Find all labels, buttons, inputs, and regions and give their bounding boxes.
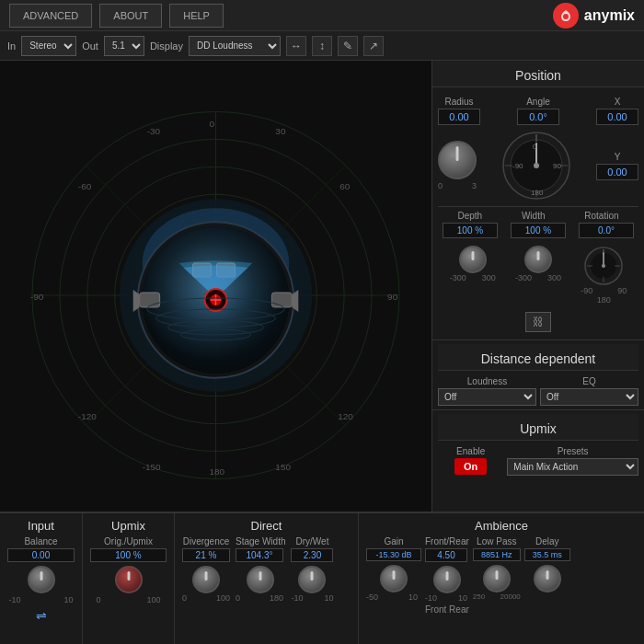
svg-point-0 (563, 14, 569, 19)
depth-max: 300 (482, 273, 496, 282)
display-label: Display (150, 40, 183, 52)
gain-knob[interactable] (380, 565, 408, 592)
arrow-btn-1[interactable]: ↔ (286, 36, 306, 56)
lowpass-value[interactable]: 8851 Hz (473, 548, 521, 561)
frontrear-knob[interactable] (433, 566, 461, 593)
eq-select[interactable]: Off (540, 388, 638, 406)
stage-value[interactable]: 104.3° (236, 548, 283, 562)
svg-text:-150: -150 (143, 462, 161, 472)
balance-knob[interactable] (28, 566, 55, 593)
radius-knob[interactable] (438, 141, 477, 179)
svg-text:0: 0 (533, 143, 537, 151)
upmix-bottom-panel: Upmix Orig./Upmix 100 % 0 100 (83, 513, 175, 644)
rotation-label: Rotation (584, 211, 618, 221)
in-select[interactable]: Stereo (21, 36, 76, 56)
div-min: 0 (182, 593, 187, 603)
width-knob[interactable] (524, 246, 552, 273)
input-title: Input (7, 519, 75, 533)
width-label: Width (522, 211, 546, 221)
enable-label: Enable (456, 446, 485, 456)
arrow-btn-4[interactable]: ↗ (363, 36, 384, 56)
radius-col: Radius 0.00 (438, 97, 480, 125)
depth-knob[interactable] (459, 246, 487, 273)
y-label: Y (615, 152, 621, 162)
fr-min: -10 (425, 593, 437, 603)
balance-value[interactable]: 0.00 (7, 548, 75, 562)
upmix-section: Upmix Enable On Presets Main Mix Action (432, 409, 644, 479)
advanced-button[interactable]: ADVANCED (9, 4, 92, 28)
y-value[interactable]: 0.00 (596, 164, 638, 180)
rotation-widget[interactable] (583, 246, 624, 286)
delay-value[interactable]: 35.5 ms (524, 548, 570, 561)
visualizer[interactable]: 0 -90 90 180 -60 60 -120 120 -30 30 -150… (0, 61, 432, 512)
delay-knob[interactable] (534, 565, 561, 592)
x-value[interactable]: 0.00 (596, 109, 638, 125)
width-value[interactable]: 100 % (511, 223, 566, 238)
delay-group: Delay 35.5 ms (524, 536, 570, 615)
logo-icon (553, 3, 579, 29)
divergence-group: Divergence 21 % 0 100 (182, 536, 230, 603)
front-rear-text: Front Rear (425, 604, 469, 615)
out-select[interactable]: 5.1 (104, 36, 144, 56)
radius-value[interactable]: 0.00 (438, 109, 480, 125)
gain-min: -50 (366, 592, 378, 602)
dry-wet-knob[interactable] (298, 566, 326, 593)
logo-text: anymix (584, 7, 635, 24)
distance-section: Distance dependent Loudness Off EQ Off (432, 339, 644, 409)
lp-min: 250 (473, 592, 485, 601)
arrow-btn-2[interactable]: ↕ (312, 36, 332, 56)
angle-widget[interactable]: 0 -90 90 180 (500, 129, 573, 202)
delay-label: Delay (524, 536, 570, 546)
rotation-neg: -90 (581, 286, 592, 295)
main-area: 0 -90 90 180 -60 60 -120 120 -30 30 -150… (0, 61, 644, 512)
gain-value[interactable]: -15.30 dB (366, 548, 421, 561)
divergence-label: Divergence (182, 536, 230, 546)
preset-select[interactable]: Main Mix Action (507, 458, 638, 476)
about-button[interactable]: ABOUT (99, 4, 162, 28)
balance-min: -10 (9, 595, 21, 604)
upmix-bottom-title: Upmix (90, 519, 167, 533)
divergence-knob[interactable] (192, 566, 220, 593)
ambience-controls: Gain -15.30 dB -50 10 Front/Rear 4.50 -1 (366, 536, 637, 615)
dry-value[interactable]: 2.30 (291, 548, 333, 562)
rotation-value[interactable]: 0.0° (579, 223, 634, 238)
direct-title: Direct (182, 519, 351, 533)
display-select[interactable]: DD Loudness (189, 36, 281, 56)
rotation-180: 180 (597, 295, 611, 305)
svg-text:120: 120 (338, 411, 353, 421)
out-label: Out (82, 40, 98, 52)
eq-label: EQ (540, 376, 638, 386)
rotation-pos: 90 (617, 286, 627, 295)
eq-col: EQ Off (540, 376, 638, 406)
enable-toggle[interactable]: On (454, 458, 487, 475)
lowpass-knob[interactable] (483, 565, 511, 592)
width-knob-group: -300300 (515, 246, 561, 305)
svg-text:150: 150 (275, 462, 291, 472)
in-label: In (7, 40, 16, 52)
radius-knob-container: 0 3 (438, 141, 477, 190)
distance-header: Distance dependent (438, 344, 638, 371)
frontrear-value[interactable]: 4.50 (425, 548, 467, 562)
depth-value[interactable]: 100 % (443, 223, 498, 238)
loudness-select[interactable]: Off (438, 388, 536, 406)
upmix-knob[interactable] (115, 566, 143, 593)
arrow-btn-3[interactable]: ✎ (338, 36, 358, 56)
svg-text:90: 90 (387, 292, 398, 302)
ambience-title: Ambience (366, 519, 637, 533)
upmix-max: 100 (146, 595, 160, 604)
angle-value[interactable]: 0.0° (517, 109, 559, 125)
stage-group: Stage Width 104.3° 0 180 (236, 536, 285, 603)
upmix-min: 0 (97, 595, 101, 604)
angle-col: Angle 0.0° (517, 97, 559, 125)
radius-label: Radius (444, 97, 473, 107)
dry-min: -10 (291, 593, 303, 603)
width-min: -300 (515, 273, 532, 282)
stage-max: 180 (270, 593, 283, 603)
orig-upmix-value[interactable]: 100 % (90, 548, 167, 562)
divergence-value[interactable]: 21 % (182, 548, 230, 562)
link-button[interactable]: ⛓ (525, 312, 551, 332)
input-panel: Input Balance 0.00 -10 10 ⇌ (0, 513, 83, 644)
stage-knob[interactable] (247, 566, 274, 593)
stage-min: 0 (236, 593, 240, 603)
help-button[interactable]: HELP (169, 4, 224, 28)
